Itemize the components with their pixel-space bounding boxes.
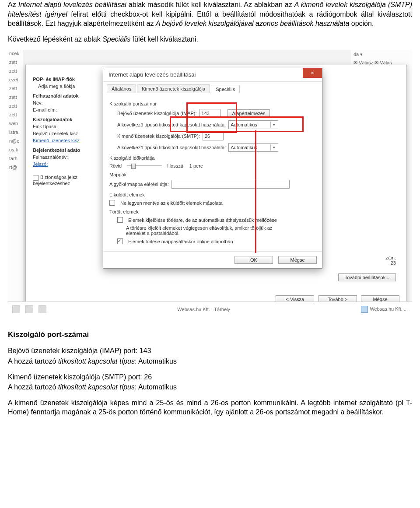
calendar-icon[interactable] [12,305,20,313]
chevron-down-icon: ▾ [270,122,277,128]
sidebar-fragment: zett [9,68,21,74]
sidebar-fragment: zett [9,103,21,109]
close-icon[interactable]: × [303,68,322,78]
paragraph-2: Következő lépésként az ablak Speciális f… [8,35,412,44]
sidebar-fragment: zett [9,95,21,100]
pop-imap-title: POP- és IMAP-fiók [33,77,105,82]
imap-port-line: Bejövő üzenetek kiszolgálója (IMAP) port… [8,346,412,356]
ports-title: Kiszolgáló portszámai [109,101,316,106]
ports-section-heading: Kiszolgáló port-számai [8,330,412,340]
mark-delete-checkbox[interactable] [117,217,123,223]
chevron-down-icon: ▾ [270,144,277,151]
smtp-label: Kimenő üzenetek kiszolgálója (SMTP): [117,133,200,139]
internet-mail-settings-dialog: Internet alapú levelezés beállításai × Á… [103,68,322,269]
sidebar-fragment: zett [9,112,21,117]
sidebar-fragment: rt@ [9,165,21,170]
tab-general[interactable]: Általános [107,84,136,93]
tab-outgoing[interactable]: Kimenő üzenetek kiszolgálója [137,84,210,93]
default-button[interactable]: Alapértelmezés [228,109,270,117]
outlook-status-bar: Websas.hu Kft. - Tárhely Websas.hu Kft. … [8,301,412,317]
imap-encryption-select[interactable]: Automatikus▾ [228,120,278,129]
sidebar-fragment: ncek [9,51,21,56]
people-icon[interactable] [25,305,33,313]
sidebar-fragment: istra [9,130,21,135]
secure-password-checkbox[interactable] [33,175,38,181]
reading-pane-fragment: da ▾ [354,52,410,57]
sidebar-fragment: zett [9,86,21,91]
wizard-left-form: POP- és IMAP-fiók Adja meg a fiókja Felh… [33,72,105,188]
more-icon[interactable] [38,305,46,313]
paragraph-1: Az Internet alapú levelezés beállításai … [8,0,412,28]
more-settings-button[interactable]: További beállítások... [338,273,396,281]
sidebar-fragment: web [9,121,21,126]
ok-button[interactable]: OK [234,256,273,264]
sidebar-fragment: zett [9,60,21,65]
sidebar-fragment: n@e [9,138,21,144]
smtp-enc-line: A hozzá tartozó titkosított kapcsolat tí… [8,382,412,392]
smtp-encryption-select[interactable]: Automatikus▾ [228,143,278,152]
imap-port-input[interactable]: 143 [200,109,220,118]
dialog-title: Internet alapú levelezés beállításai × [103,68,322,82]
timeout-slider[interactable] [127,165,162,166]
root-path-input[interactable] [172,180,290,189]
sidebar-fragment: tarh [9,156,21,161]
sent-copy-checkbox[interactable] [109,200,115,206]
outlook-window: ncekzettzettezetzettzettzettzettwebistra… [8,50,412,317]
cancel-button[interactable]: Mégse [278,256,317,264]
paragraph-3: A kimenő üzenetek kiszolgálója képes min… [8,398,412,417]
dialog-tabs: Általános Kimenő üzenetek kiszolgálója S… [103,82,322,93]
purge-on-switch-checkbox[interactable] [117,238,123,244]
sidebar-fragment: ezet [9,77,21,82]
tab-special[interactable]: Speciális [211,85,240,93]
smtp-port-input[interactable]: 26 [203,132,224,140]
outlook-sidebar-fragment: ncekzettzettezetzettzettzettzettwebistra… [8,50,23,317]
account-wizard-dialog: POP- és IMAP-fiók Adja meg a fiókja Felh… [25,65,407,311]
sidebar-fragment: us.k [9,147,21,152]
outlook-screenshot: ncekzettzettezetzettzettzettzettwebistra… [8,50,412,317]
company-tile-icon [361,306,368,313]
imap-enc-line: A hozzá tartozó titkosított kapcsolat tí… [8,357,412,366]
imap-label: Bejövő üzenetek kiszolgálója (IMAP): [117,111,197,116]
smtp-port-line: Kimenő üzenetek kiszolgálója (SMTP) port… [8,372,412,382]
status-title: Websas.hu Kft. - Tárhely [52,307,356,312]
